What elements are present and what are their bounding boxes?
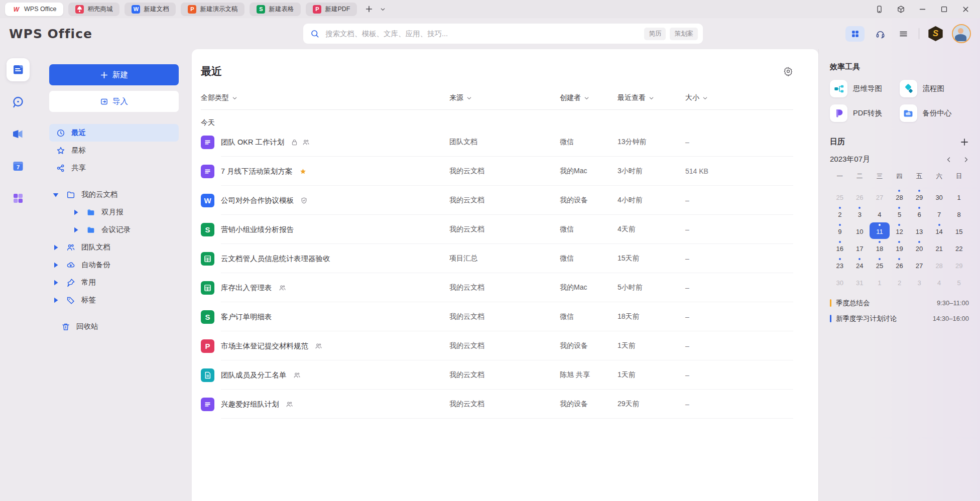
calendar-event[interactable]: 季度总结会9:30–11:00: [830, 295, 969, 311]
import-button[interactable]: 导入: [49, 91, 179, 112]
package-button[interactable]: [897, 5, 905, 14]
calendar-event[interactable]: 新季度学习计划讨论14:30–16:00: [830, 311, 969, 326]
sidebar-item-star[interactable]: 星标: [49, 142, 179, 159]
tree-item-4[interactable]: 自动备份: [36, 256, 192, 274]
table-row[interactable]: 兴趣爱好组队计划我的云文档我的设备29天前–: [201, 390, 793, 419]
calendar-day[interactable]: 2: [890, 274, 910, 290]
tab-wps-office[interactable]: WWPS Office: [5, 3, 63, 16]
new-button[interactable]: 新建: [49, 64, 179, 85]
calendar-day[interactable]: 18: [870, 239, 890, 256]
caret-right-icon[interactable]: [71, 208, 80, 217]
calendar-day[interactable]: 2: [830, 205, 850, 222]
calendar-day[interactable]: 4: [929, 274, 949, 290]
sidebar-item-clock[interactable]: 最近: [49, 124, 179, 142]
tab-4[interactable]: S新建表格: [250, 3, 301, 16]
calendar-day[interactable]: 30: [929, 188, 949, 205]
tree-item-6[interactable]: 标签: [36, 291, 192, 309]
calendar-day[interactable]: 29: [909, 188, 929, 205]
caret-right-icon[interactable]: [51, 261, 60, 270]
filter-0[interactable]: 全部类型: [201, 93, 449, 102]
search-bar[interactable]: 简历策划案: [303, 24, 703, 44]
calendar-day[interactable]: 13: [909, 222, 929, 239]
vip-badge[interactable]: S: [927, 26, 944, 41]
tree-item-3[interactable]: 团队文档: [36, 238, 192, 256]
calendar-day[interactable]: 25: [830, 188, 850, 205]
tree-item-2[interactable]: 会议记录: [36, 221, 192, 238]
calendar-day[interactable]: 3: [909, 274, 929, 290]
caret-right-icon[interactable]: [71, 225, 80, 234]
tree-item-0[interactable]: 我的云文档: [36, 186, 192, 203]
apps-grid-button[interactable]: [845, 26, 865, 42]
calendar-day[interactable]: 30: [830, 274, 850, 290]
table-row[interactable]: S客户订单明细表我的云文档微信18天前–: [201, 302, 793, 331]
calendar-day[interactable]: 27: [870, 188, 890, 205]
device-button[interactable]: [875, 5, 884, 14]
table-row[interactable]: 云文档管人员信息统计表理器验收项目汇总微信15天前–: [201, 244, 793, 273]
calendar-day[interactable]: 19: [890, 239, 910, 256]
caret-right-icon[interactable]: [51, 278, 60, 287]
close-button[interactable]: [961, 5, 970, 14]
avatar[interactable]: [952, 24, 971, 43]
calendar-day[interactable]: 17: [850, 239, 870, 256]
calendar-add-icon[interactable]: [960, 138, 969, 147]
support-button[interactable]: [873, 26, 888, 41]
calendar-day[interactable]: 28: [929, 257, 949, 273]
calendar-day[interactable]: 15: [949, 222, 969, 239]
rail-item-messages[interactable]: [7, 90, 30, 113]
caret-down-icon[interactable]: [51, 190, 60, 199]
calendar-day[interactable]: 10: [850, 222, 870, 239]
calendar-day[interactable]: 3: [850, 205, 870, 222]
tool-pdfconv[interactable]: PDF转换: [830, 104, 900, 122]
minimize-button[interactable]: [918, 5, 927, 14]
rail-item-calendar[interactable]: 7: [7, 155, 30, 178]
sidebar-item-trash[interactable]: 回收站: [36, 318, 192, 335]
calendar-day[interactable]: 5: [890, 205, 910, 222]
tab-list-dropdown[interactable]: [380, 7, 386, 12]
tool-mindmap[interactable]: 思维导图: [830, 80, 900, 97]
tool-backup[interactable]: 备份中心: [900, 104, 969, 122]
calendar-day[interactable]: 26: [890, 257, 910, 273]
calendar-day[interactable]: 29: [949, 257, 969, 273]
new-tab-button[interactable]: [365, 5, 373, 13]
calendar-day[interactable]: 28: [890, 188, 910, 205]
calendar-day[interactable]: 8: [949, 205, 969, 222]
filter-3[interactable]: 最近查看: [618, 93, 685, 102]
tree-item-5[interactable]: 常用: [36, 274, 192, 291]
caret-right-icon[interactable]: [51, 296, 60, 305]
calendar-day[interactable]: 31: [850, 274, 870, 290]
filter-2[interactable]: 创建者: [560, 93, 618, 102]
calendar-day[interactable]: 16: [830, 239, 850, 256]
tool-flowchart[interactable]: 流程图: [900, 80, 969, 97]
calendar-day[interactable]: 25: [870, 257, 890, 273]
search-input[interactable]: [324, 29, 645, 38]
calendar-day[interactable]: 6: [909, 205, 929, 222]
calendar-day[interactable]: 14: [929, 222, 949, 239]
caret-right-icon[interactable]: [51, 243, 60, 252]
tree-item-1[interactable]: 双月报: [36, 203, 192, 221]
search-tag[interactable]: 策划案: [670, 28, 698, 40]
calendar-day[interactable]: 1: [870, 274, 890, 290]
calendar-day[interactable]: 5: [949, 274, 969, 290]
calendar-next-icon[interactable]: [963, 157, 969, 163]
maximize-button[interactable]: [940, 5, 948, 14]
rail-item-apps[interactable]: [7, 187, 30, 210]
table-row[interactable]: 7 月线下活动策划方案我的云文档我的Mac3小时前514 KB: [201, 157, 793, 186]
table-row[interactable]: 团队成员及分工名单我的云文档陈旭 共享1天前–: [201, 360, 793, 390]
calendar-day[interactable]: 20: [909, 239, 929, 256]
calendar-day[interactable]: 24: [850, 257, 870, 273]
calendar-day[interactable]: 9: [830, 222, 850, 239]
calendar-day-selected[interactable]: 11: [870, 222, 890, 239]
table-row[interactable]: 库存出入管理表我的云文档我的Mac5小时前–: [201, 273, 793, 302]
table-row[interactable]: 团队 OKR 工作计划团队文档微信13分钟前–: [201, 128, 793, 157]
rail-item-documents[interactable]: [7, 58, 30, 81]
calendar-day[interactable]: 26: [850, 188, 870, 205]
calendar-prev-icon[interactable]: [946, 157, 952, 163]
calendar-day[interactable]: 7: [929, 205, 949, 222]
rail-item-meetings[interactable]: [7, 122, 30, 146]
filter-1[interactable]: 来源: [449, 93, 560, 102]
filter-4[interactable]: 大小: [685, 93, 793, 102]
global-menu-button[interactable]: [896, 26, 911, 41]
tab-2[interactable]: W新建文档: [125, 3, 176, 16]
calendar-day[interactable]: 4: [870, 205, 890, 222]
table-row[interactable]: P市场主体登记提交材料规范我的云文档我的设备1天前–: [201, 331, 793, 360]
